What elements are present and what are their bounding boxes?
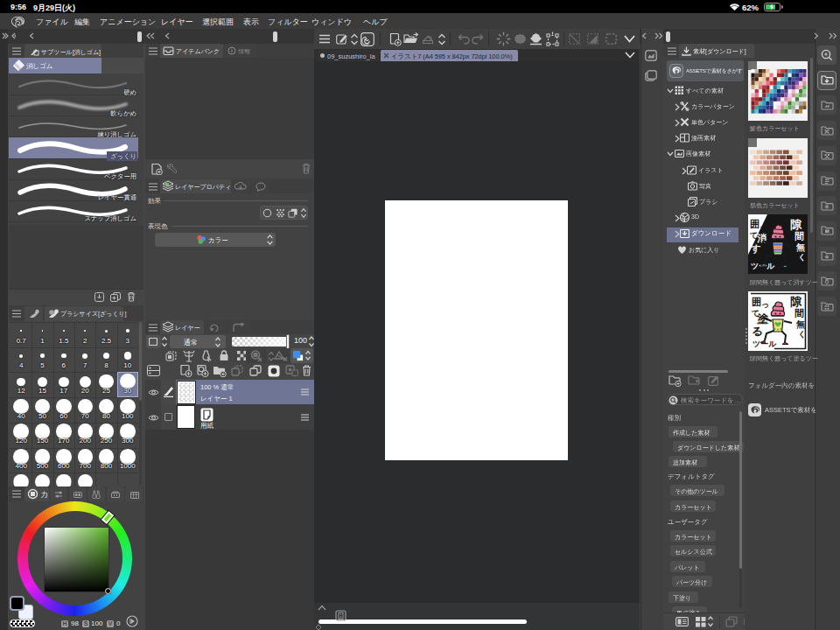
svg-text:囲: 囲 <box>752 297 761 307</box>
svg-text:間: 間 <box>794 231 804 242</box>
svg-text:囲: 囲 <box>750 219 760 229</box>
svg-text:隙: 隙 <box>790 218 802 231</box>
svg-text:す: す <box>751 243 760 255</box>
svg-text:る: る <box>752 325 763 338</box>
svg-text:っ: っ <box>760 222 767 231</box>
svg-text:隙: 隙 <box>790 295 802 308</box>
svg-text:間: 間 <box>794 308 804 318</box>
svg-text:無: 無 <box>795 242 805 252</box>
svg-text:く: く <box>798 330 806 339</box>
svg-text:無: 無 <box>795 319 805 329</box>
svg-text:っ: っ <box>761 300 769 309</box>
svg-text:く: く <box>798 253 806 262</box>
